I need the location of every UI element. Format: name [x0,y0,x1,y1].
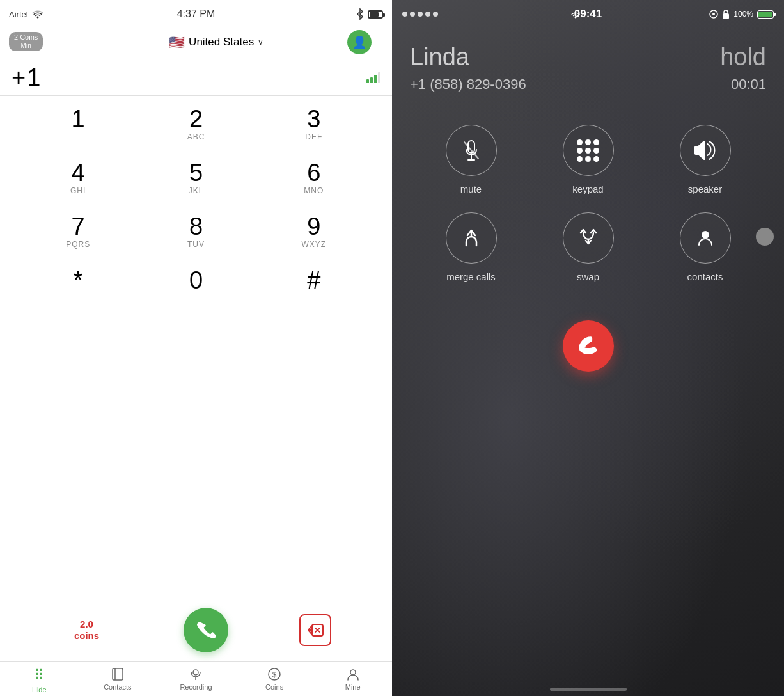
key-star[interactable]: * [52,264,104,308]
swap-button-item[interactable]: swap [535,212,641,282]
mute-button-item[interactable]: mute [418,125,524,194]
end-call-button[interactable] [563,320,614,372]
signal-dots [402,12,438,17]
backspace-icon [307,624,324,637]
merge-calls-circle [446,212,497,264]
left-status-bar: Airtel 4:37 PM [0,0,392,28]
end-call-icon [577,335,600,358]
contacts-label: contacts [687,271,723,282]
key-6[interactable]: 6 MNO [288,156,340,201]
keypad-label: keypad [572,184,603,194]
nav-item-hide[interactable]: ⠿ Hide [13,667,65,693]
status-right [356,8,383,20]
status-left: Airtel [9,10,43,19]
nav-hide-label: Hide [32,686,47,693]
svg-point-7 [193,670,198,675]
key-hash[interactable]: # [288,264,340,308]
caller-name: Linda [410,44,526,71]
contacts-button-item[interactable]: contacts [652,212,758,282]
key-4[interactable]: 4 GHI [52,156,104,201]
country-selector[interactable]: 🇺🇸 United States ∨ [169,35,263,50]
key-3[interactable]: 3 DEF [288,102,340,147]
right-status-bar: 09:41 100% [392,0,784,28]
nav-mine-label: Mine [345,683,361,691]
status-time: 4:37 PM [177,8,216,19]
coins-badge: 2 Coins Min [9,32,43,51]
caller-info: Linda +1 (858) 829-0396 [410,44,526,93]
coins-nav-icon: $ [267,667,281,681]
key-0[interactable]: 0 [170,264,221,308]
end-call-area [392,301,784,391]
contacts-icon [696,228,715,248]
speaker-icon [694,141,716,160]
dialpad-row-4: * 0 # [19,264,373,308]
lock-icon [722,9,730,19]
key-7[interactable]: 7 PQRS [52,210,104,255]
dialpad-row-1: 1 2 ABC 3 DEF [19,102,373,147]
merge-calls-icon [461,228,482,248]
svg-text:$: $ [272,670,277,679]
svg-rect-14 [723,13,729,19]
hold-label: hold [720,44,766,71]
nav-item-recording[interactable]: Recording [170,667,221,693]
contacts-nav-icon [111,667,125,681]
svg-rect-5 [113,668,123,680]
backspace-button[interactable] [299,614,331,646]
mute-circle [446,125,497,176]
bluetooth-icon [356,8,364,20]
swap-label: swap [577,271,599,282]
coins-line1: 2 Coins [14,33,38,42]
right-panel: 09:41 100% Linda +1 (858) 829-0396 hold [392,0,784,696]
phone-input-area: +1 [0,56,392,96]
signal-bars [366,72,380,83]
speaker-button-item[interactable]: speaker [652,125,758,194]
home-indicator [550,688,627,691]
bottom-actions: 2.0coins [0,601,392,661]
header-row: 2 Coins Min 🇺🇸 United States ∨ 👤 [0,28,392,56]
caller-number: +1 (858) 829-0396 [410,76,526,93]
keypad-circle [563,125,614,176]
dot-3 [418,12,423,17]
right-status-time: 09:41 [574,8,602,20]
signal-bar-3 [374,75,377,83]
left-panel: Airtel 4:37 PM 2 C [0,0,392,696]
nav-item-mine[interactable]: Mine [327,667,379,693]
svg-point-18 [702,232,709,238]
wifi-icon [32,10,43,19]
left-header: 🇺🇸 United States ∨ 👤 [49,31,383,52]
swap-icon [578,228,599,248]
nav-item-coins[interactable]: $ Coins [249,667,300,693]
battery-icon-right [757,10,774,19]
contact-add-button[interactable]: 👤 [347,30,372,54]
dot-4 [425,12,430,17]
chevron-down-icon: ∨ [258,38,263,47]
dot-1 [402,12,407,17]
nav-item-contacts[interactable]: Contacts [92,667,143,693]
merge-calls-button-item[interactable]: merge calls [418,212,524,282]
dialpad-row-2: 4 GHI 5 JKL 6 MNO [19,156,373,201]
dialpad-nav-icon: ⠿ [34,667,44,684]
nav-coins-label: Coins [265,683,283,691]
merge-calls-label: merge calls [446,271,496,282]
dot-5 [433,12,438,17]
mine-nav-icon [346,667,360,681]
dialpad-area: 1 2 ABC 3 DEF 4 GHI 5 JKL 6 [0,96,392,601]
signal-bar-4 [378,72,380,83]
key-2[interactable]: 2 ABC [170,102,221,147]
key-8[interactable]: 8 TUV [170,210,221,255]
key-1[interactable]: 1 [52,102,104,147]
key-5[interactable]: 5 JKL [170,156,221,201]
nav-contacts-label: Contacts [104,683,131,691]
dialpad-row-3: 7 PQRS 8 TUV 9 WXYZ [19,210,373,255]
speaker-label: speaker [688,184,722,194]
mute-icon [462,139,481,161]
svg-point-13 [712,13,715,15]
country-flag: 🇺🇸 [169,35,185,50]
phone-icon [196,620,216,640]
key-9[interactable]: 9 WXYZ [288,210,340,255]
coins-display: 2.0coins [61,619,113,642]
scroll-indicator [756,228,774,246]
call-button[interactable] [184,608,228,652]
keypad-button-item[interactable]: keypad [535,125,641,194]
recording-nav-icon [189,667,203,681]
